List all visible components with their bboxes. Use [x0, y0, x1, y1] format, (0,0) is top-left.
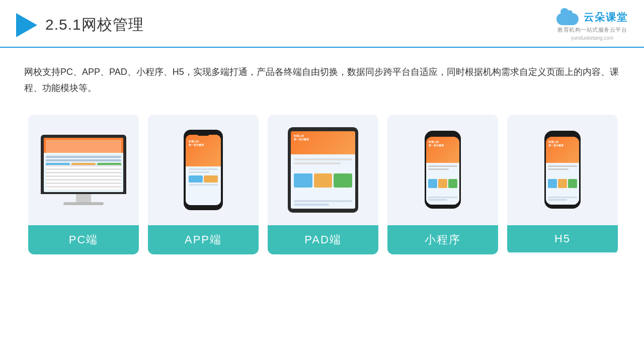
card-pad: 职通人的第一堂兴趣课 — [268, 115, 378, 254]
pc-mockup — [38, 135, 129, 205]
card-pc-label: PC端 — [28, 225, 139, 254]
card-pc-image — [28, 115, 139, 225]
page-header: 2.5.1网校管理 云朵课堂 教育机构一站式服务云平台 yunduoketang… — [0, 0, 644, 48]
card-h5-label: H5 — [507, 225, 618, 252]
logo-cloud: 云朵课堂 — [556, 9, 628, 25]
device-cards: PC端 职通人的第一堂兴趣课 — [24, 115, 620, 254]
header-left: 2.5.1网校管理 — [16, 13, 144, 37]
card-app-image: 职通人的第一堂兴趣课 — [148, 115, 259, 225]
card-h5: 职通人的第一堂兴趣课 — [507, 115, 618, 254]
tablet-mockup: 职通人的第一堂兴趣课 — [288, 127, 358, 213]
card-pc: PC端 — [28, 115, 139, 254]
main-content: 网校支持PC、APP、PAD、小程序、H5，实现多端打通，产品各终端自由切换，数… — [0, 48, 644, 264]
phone-mockup: 职通人的第一堂兴趣课 — [184, 130, 223, 210]
brand-name: 云朵课堂 — [584, 11, 628, 24]
play-icon — [16, 13, 37, 37]
description-text: 网校支持PC、APP、PAD、小程序、H5，实现多端打通，产品各终端自由切换，数… — [24, 64, 620, 97]
card-h5-image: 职通人的第一堂兴趣课 — [507, 115, 618, 225]
logo-url: yunduoketang.com — [571, 35, 614, 41]
logo-area: 云朵课堂 教育机构一站式服务云平台 yunduoketang.com — [556, 9, 628, 41]
card-pad-image: 职通人的第一堂兴趣课 — [268, 115, 378, 225]
card-miniprogram-image: 职通人的第一堂兴趣课 — [387, 115, 498, 225]
card-pad-label: PAD端 — [268, 225, 378, 254]
logo-tagline: 教育机构一站式服务云平台 — [557, 26, 627, 34]
card-app: 职通人的第一堂兴趣课 APP端 — [148, 115, 259, 254]
mini-phone-mockup: 职通人的第一堂兴趣课 — [425, 131, 461, 209]
h5-phone-mockup: 职通人的第一堂兴趣课 — [544, 131, 581, 209]
card-miniprogram-label: 小程序 — [387, 225, 498, 254]
card-app-label: APP端 — [148, 225, 259, 254]
page-title: 2.5.1网校管理 — [45, 15, 144, 35]
card-miniprogram: 职通人的第一堂兴趣课 — [387, 115, 498, 254]
cloud-icon — [556, 9, 581, 25]
